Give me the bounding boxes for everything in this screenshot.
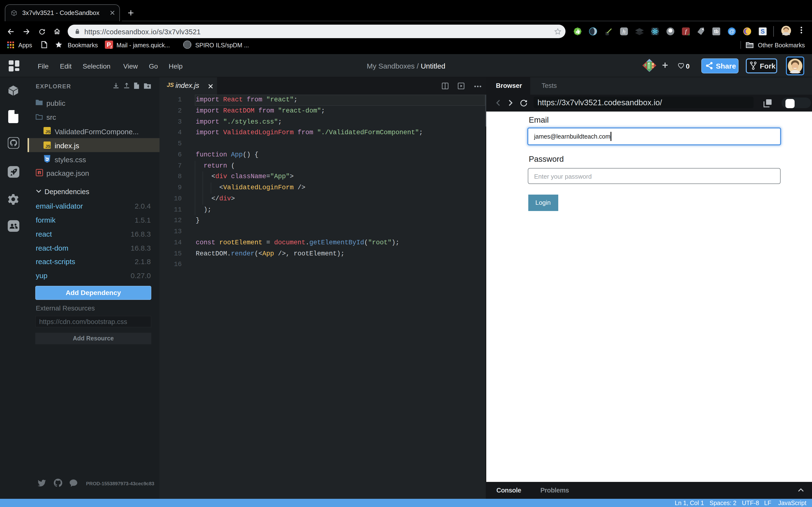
svg-text:@: @ — [729, 28, 735, 35]
svg-text:tb: tb — [714, 29, 719, 34]
svg-text:h: h — [622, 28, 626, 35]
svg-text:P: P — [107, 41, 111, 48]
svg-text:S: S — [761, 28, 765, 35]
